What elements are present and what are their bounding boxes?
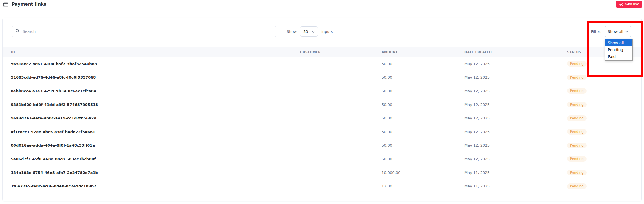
table-row[interactable]: 5651aec2-8c61-410a-b5f7-3b8f32540b63 50.…	[3, 57, 641, 71]
amount-cell: 50.00	[382, 62, 464, 66]
table-header-row: ID CUSTOMER AMOUNT DATE CREATED STATUS	[3, 47, 641, 57]
page-title: Payment links	[12, 2, 46, 7]
date-created-cell: May 12, 2025	[464, 62, 567, 66]
date-created-cell: May 12, 2025	[464, 103, 567, 107]
table-row[interactable]: 5a06d7f7-45f0-468e-88c8-583ec1bcb80f 50.…	[3, 152, 641, 166]
date-created-cell: May 12, 2025	[464, 157, 567, 161]
table-row[interactable]: 51685cdd-ed76-4d46-a8fc-f0c6f9357068 50.…	[3, 71, 641, 85]
date-created-cell: May 11, 2025	[464, 171, 567, 175]
inputs-suffix-label: inputs	[321, 29, 333, 34]
status-badge: Pending	[567, 61, 587, 67]
column-header-amount: AMOUNT	[382, 50, 464, 54]
search-box	[12, 26, 276, 37]
date-created-cell: May 12, 2025	[464, 130, 567, 134]
payment-link-id: 00d016ae-adda-404a-8f0f-1a48c53ff61a	[11, 143, 300, 147]
table-row[interactable]: 134a103c-6754-46e8-afa7-2e24782e7a1b 10,…	[3, 166, 641, 180]
table-row[interactable]: 96a9d2a7-eefe-4b8c-ae19-cc1d7fb56a2d 50.…	[3, 111, 641, 125]
column-header-id: ID	[11, 50, 300, 54]
chevron-down-icon	[312, 29, 315, 34]
show-label: Show	[287, 29, 297, 34]
date-created-cell: May 12, 2025	[464, 116, 567, 120]
amount-cell: 50.00	[382, 89, 464, 93]
new-link-button-label: New link	[625, 2, 639, 6]
credit-card-icon	[3, 2, 8, 7]
payment-link-id: 51685cdd-ed76-4d46-a8fc-f0c6f9357068	[11, 75, 300, 79]
payment-link-id: 5651aec2-8c61-410a-b5f7-3b8f32540b63	[11, 62, 300, 66]
search-input[interactable]	[23, 29, 273, 34]
status-badge: Pending	[567, 102, 587, 107]
payment-links-card: Show 50 inputs Filter: Show all	[2, 18, 642, 201]
payment-link-id: aebb8cc4-a1e3-4299-9b34-0c6ec1cfca84	[11, 89, 300, 93]
search-icon	[15, 29, 20, 34]
payment-link-id: 5a06d7f7-45f0-468e-88c8-583ec1bcb80f	[11, 157, 300, 161]
filter-option[interactable]: Show all	[605, 39, 632, 46]
payment-link-id: 9381b620-bd9f-41dd-a9f2-574687995518	[11, 103, 300, 107]
filter-dropdown-menu: Show all Pending Paid	[605, 39, 633, 61]
filter-option[interactable]: Paid	[605, 53, 632, 60]
column-header-date-created: DATE CREATED	[464, 50, 567, 54]
payment-link-id: 134a103c-6754-46e8-afa7-2e24782e7a1b	[11, 171, 300, 175]
filter-group: Filter: Show all	[591, 26, 631, 37]
payment-link-id: 1f6e77a5-fe8c-4c06-8deb-8c749dc189b2	[11, 184, 300, 188]
new-link-button[interactable]: New link	[616, 1, 642, 8]
amount-cell: 50.00	[382, 116, 464, 120]
date-created-cell: May 12, 2025	[464, 89, 567, 93]
table-body: 5651aec2-8c61-410a-b5f7-3b8f32540b63 50.…	[3, 57, 641, 193]
payment-link-id: 4f1c8cc1-92ee-4bc5-a3ef-b4d622f54661	[11, 130, 300, 134]
date-created-cell: May 11, 2025	[464, 184, 567, 188]
page-size-group: Show 50 inputs	[287, 26, 333, 37]
amount-cell: 50.00	[382, 143, 464, 147]
status-badge: Pending	[567, 115, 587, 121]
chevron-down-icon	[625, 29, 628, 34]
filter-option[interactable]: Pending	[605, 46, 632, 53]
table-row[interactable]: aebb8cc4-a1e3-4299-9b34-0c6ec1cfca84 50.…	[3, 84, 641, 98]
status-badge: Pending	[567, 88, 587, 94]
status-badge: Pending	[567, 156, 587, 162]
payment-links-page: Payment links New link Show	[0, 0, 644, 204]
status-badge: Pending	[567, 183, 587, 189]
table-row[interactable]: 1f6e77a5-fe8c-4c06-8deb-8c749dc189b2 12.…	[3, 179, 641, 193]
amount-cell: 50.00	[382, 157, 464, 161]
date-created-cell: May 12, 2025	[464, 75, 567, 79]
payment-link-id: 96a9d2a7-eefe-4b8c-ae19-cc1d7fb56a2d	[11, 116, 300, 120]
page-size-value: 50	[303, 29, 308, 34]
table-row[interactable]: 9381b620-bd9f-41dd-a9f2-574687995518 50.…	[3, 98, 641, 112]
plus-circle-icon	[619, 3, 623, 6]
status-badge: Pending	[567, 170, 587, 175]
filter-select[interactable]: Show all	[605, 26, 631, 37]
column-header-customer: CUSTOMER	[300, 50, 382, 54]
table-row[interactable]: 4f1c8cc1-92ee-4bc5-a3ef-b4d622f54661 50.…	[3, 125, 641, 139]
amount-cell: 12.00	[382, 184, 464, 188]
status-badge: Pending	[567, 129, 587, 135]
amount-cell: 50.00	[382, 130, 464, 134]
filter-select-value: Show all	[608, 29, 623, 34]
table-row[interactable]: 00d016ae-adda-404a-8f0f-1a48c53ff61a 50.…	[3, 139, 641, 153]
status-badge: Pending	[567, 75, 587, 80]
amount-cell: 10,000.00	[382, 171, 464, 175]
amount-cell: 50.00	[382, 75, 464, 79]
page-size-select[interactable]: 50	[300, 26, 318, 37]
amount-cell: 50.00	[382, 103, 464, 107]
date-created-cell: May 12, 2025	[464, 143, 567, 147]
page-header: Payment links New link	[0, 0, 644, 9]
filter-label: Filter:	[591, 29, 601, 34]
status-badge: Pending	[567, 143, 587, 148]
